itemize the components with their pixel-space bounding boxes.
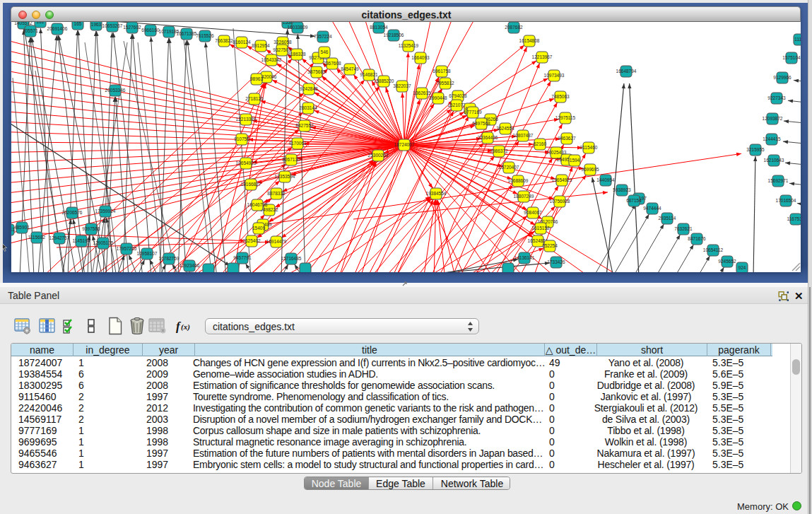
svg-text:16543342: 16543342 — [261, 57, 282, 62]
svg-text:9463627: 9463627 — [558, 136, 576, 141]
svg-text:546: 546 — [321, 49, 329, 54]
svg-text:1527602: 1527602 — [123, 25, 141, 30]
svg-text:1440954: 1440954 — [596, 177, 615, 182]
svg-text:15885220: 15885220 — [374, 78, 394, 83]
svg-text:9129966: 9129966 — [773, 75, 792, 80]
svg-text:3215955: 3215955 — [746, 147, 765, 152]
svg-text:20053346: 20053346 — [105, 88, 126, 93]
svg-text:16671385: 16671385 — [177, 31, 197, 36]
svg-text:9397586: 9397586 — [82, 226, 100, 231]
svg-text:1145194: 1145194 — [73, 238, 90, 243]
svg-text:17957225: 17957225 — [117, 246, 137, 251]
svg-text:7615526: 7615526 — [196, 33, 214, 38]
svg-text:12975115: 12975115 — [555, 115, 576, 120]
svg-text:98963: 98963 — [250, 76, 263, 81]
svg-text:12942757: 12942757 — [49, 235, 70, 240]
svg-text:6794028: 6794028 — [449, 93, 467, 98]
svg-text:16648794: 16648794 — [616, 69, 637, 74]
svg-text:8878332: 8878332 — [267, 191, 286, 196]
svg-text:19654923: 19654923 — [552, 177, 572, 182]
svg-text:16046798: 16046798 — [247, 202, 268, 207]
svg-text:19384554: 19384554 — [426, 191, 447, 196]
svg-text:2367608: 2367608 — [323, 61, 341, 66]
svg-text:1664093: 1664093 — [411, 55, 430, 60]
svg-text:9699695: 9699695 — [581, 167, 599, 172]
svg-text:9777169: 9777169 — [464, 110, 482, 115]
svg-text:19218506: 19218506 — [384, 33, 404, 37]
svg-text:8990448: 8990448 — [429, 95, 447, 100]
svg-text:7357224: 7357224 — [314, 34, 332, 39]
svg-text:6966160: 6966160 — [141, 28, 160, 33]
svg-text:10654923: 10654923 — [236, 160, 257, 165]
svg-text:7625402: 7625402 — [242, 238, 261, 243]
svg-text:12093872: 12093872 — [763, 116, 783, 121]
svg-text:15409: 15409 — [252, 226, 265, 230]
svg-text:8427552: 8427552 — [295, 123, 314, 128]
svg-text:16210643: 16210643 — [764, 158, 784, 163]
svg-text:1167533: 1167533 — [787, 216, 801, 221]
svg-text:3624554: 3624554 — [496, 126, 514, 131]
svg-text:2718126: 2718126 — [245, 96, 264, 101]
svg-text:15720407: 15720407 — [499, 165, 519, 170]
svg-text:9146821: 9146821 — [360, 72, 378, 77]
svg-text:12923466: 12923466 — [180, 263, 200, 268]
svg-text:3822037: 3822037 — [393, 83, 411, 88]
svg-text:10688609: 10688609 — [508, 178, 529, 183]
svg-text:2935114: 2935114 — [659, 216, 676, 221]
svg-text:8160124: 8160124 — [233, 40, 251, 45]
svg-text:9474444: 9474444 — [643, 206, 661, 211]
svg-text:18807249: 18807249 — [514, 194, 534, 199]
svg-text:17016504: 17016504 — [776, 198, 796, 203]
svg-text:7632621: 7632621 — [674, 226, 693, 231]
svg-text:1575104: 1575104 — [782, 55, 801, 60]
svg-text:3875685: 3875685 — [307, 69, 326, 74]
svg-text:8471676: 8471676 — [688, 236, 706, 241]
svg-text:3226058: 3226058 — [273, 40, 292, 45]
svg-text:8186328: 8186328 — [288, 52, 306, 57]
svg-text:20691406: 20691406 — [47, 26, 68, 31]
svg-text:1115682: 1115682 — [28, 235, 46, 240]
svg-text:1733426: 1733426 — [547, 259, 565, 264]
svg-text:1594: 1594 — [570, 158, 580, 163]
svg-text:16914479: 16914479 — [266, 239, 287, 244]
svg-text:12353594: 12353594 — [275, 174, 295, 179]
svg-text:6497568: 6497568 — [472, 121, 490, 126]
svg-text:8912954: 8912954 — [252, 43, 270, 48]
svg-text:7485063: 7485063 — [551, 94, 570, 99]
svg-text:1615152: 1615152 — [531, 226, 550, 230]
svg-text:16782759: 16782759 — [159, 256, 180, 261]
svg-text:16154808: 16154808 — [519, 38, 540, 43]
svg-text:5938923: 5938923 — [613, 187, 631, 192]
svg-text:1963: 1963 — [91, 22, 102, 27]
svg-text:252254: 252254 — [542, 243, 558, 248]
svg-text:18724007: 18724007 — [394, 142, 415, 147]
svg-text:17359924: 17359924 — [95, 209, 116, 214]
svg-text:4170061: 4170061 — [288, 141, 307, 146]
svg-text:6961758: 6961758 — [433, 69, 451, 74]
svg-text:687154: 687154 — [626, 198, 642, 203]
svg-text:910755: 910755 — [234, 136, 249, 141]
svg-text:10756928: 10756928 — [550, 199, 570, 204]
svg-text:10654112: 10654112 — [703, 247, 724, 252]
svg-text:205571: 205571 — [23, 28, 38, 33]
svg-text:11325419: 11325419 — [399, 43, 419, 48]
svg-text:20364436: 20364436 — [478, 135, 498, 140]
svg-text:14136141: 14136141 — [514, 255, 535, 260]
svg-text:9457791: 9457791 — [233, 255, 252, 260]
svg-text:1244415: 1244415 — [763, 136, 781, 141]
svg-text:16033809: 16033809 — [288, 25, 308, 30]
svg-text:7986372: 7986372 — [490, 148, 508, 153]
svg-text:9115460: 9115460 — [580, 145, 598, 150]
svg-text:2803144: 2803144 — [299, 105, 317, 110]
svg-text:15692971: 15692971 — [768, 178, 789, 183]
svg-text:9245652: 9245652 — [718, 259, 736, 264]
svg-text:9084067: 9084067 — [524, 210, 542, 215]
svg-text:19166827: 19166827 — [241, 182, 261, 187]
svg-text:161: 161 — [37, 22, 45, 24]
svg-text:2087682: 2087682 — [505, 25, 523, 30]
svg-text:1117: 1117 — [794, 37, 801, 42]
svg-text:(x): (x) — [181, 322, 190, 332]
svg-text:8267130: 8267130 — [282, 157, 300, 162]
svg-text:9227343: 9227343 — [767, 95, 786, 100]
svg-text:10958107: 10958107 — [137, 251, 158, 256]
